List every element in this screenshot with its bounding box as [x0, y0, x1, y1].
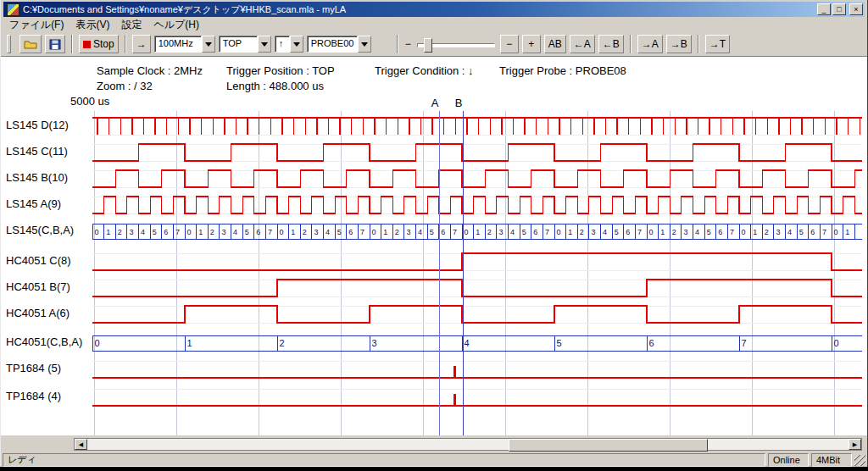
scrollbar-thumb[interactable] — [509, 439, 708, 452]
zoom-slider[interactable] — [417, 36, 495, 52]
bus-value: 5 — [557, 338, 562, 348]
bus-value: 0 — [649, 228, 654, 236]
app-window: C:¥Documents and Settings¥noname¥デスクトップ¥… — [0, 0, 868, 467]
bus-value: 2 — [672, 228, 676, 236]
bus-value: 7 — [175, 228, 180, 236]
ab-range-button[interactable]: AB — [544, 35, 566, 53]
bus-value: 7 — [360, 228, 364, 236]
trigger-probe-combo[interactable]: PROBE00 — [307, 36, 371, 53]
cursor-a-label[interactable]: A — [430, 97, 440, 109]
trigger-position-info: Trigger Position : TOP — [226, 64, 335, 77]
save-floppy-icon — [49, 39, 61, 50]
bus-value: 4 — [787, 228, 792, 236]
open-button[interactable] — [19, 35, 42, 53]
bus-value: 6 — [441, 228, 445, 236]
bus-value: 3 — [372, 338, 377, 348]
zoom-slider-handle[interactable] — [424, 38, 432, 53]
trigger-position-dropdown-button[interactable] — [258, 36, 271, 53]
cursor-b-label[interactable]: B — [453, 97, 464, 109]
title-bar[interactable]: C:¥Documents and Settings¥noname¥デスクトップ¥… — [3, 2, 865, 17]
bus-value: 0 — [465, 228, 469, 236]
status-memory: 4MBit — [811, 453, 852, 467]
move-cursor-a-button[interactable]: →A — [637, 35, 663, 53]
bus-value: 1 — [383, 228, 387, 236]
move-cursor-b-button[interactable]: →B — [666, 35, 692, 53]
bus-value: 2 — [580, 228, 584, 236]
chevron-down-icon — [361, 42, 368, 47]
trigger-position-value: TOP — [219, 36, 258, 53]
menu-settings[interactable]: 設定 — [115, 17, 147, 33]
bus-value: 6 — [649, 338, 654, 348]
open-folder-icon — [24, 39, 37, 50]
resize-grip[interactable] — [854, 455, 865, 466]
trigger-condition-info: Trigger Condition : ↓ — [375, 64, 474, 77]
channel-label: LS145 C(11) — [6, 145, 68, 158]
channel-label: LS145 B(10) — [6, 171, 68, 184]
run-step-button[interactable]: → — [132, 35, 151, 53]
stop-icon — [83, 41, 91, 48]
wave-square — [92, 306, 862, 323]
toolbar-separator — [397, 35, 398, 53]
trigger-probe-dropdown-button[interactable] — [358, 36, 371, 53]
bus-value: 7 — [730, 228, 734, 236]
scrollbar-zone: ◀ ▶ — [1, 435, 867, 452]
channel-label: LS145 D(12) — [6, 119, 69, 131]
bus-value: 1 — [187, 338, 192, 348]
close-button[interactable]: × — [849, 3, 863, 15]
menu-view[interactable]: 表示(V) — [70, 17, 115, 33]
scroll-left-button[interactable]: ◀ — [75, 439, 87, 450]
trigger-position-combo[interactable]: TOP — [219, 36, 271, 53]
bus-value: 3 — [498, 228, 503, 236]
trigger-edge-combo[interactable]: ↑ — [275, 36, 303, 53]
toolbar-separator — [71, 35, 73, 53]
bus-value: 0 — [95, 338, 100, 348]
chevron-down-icon — [261, 42, 268, 47]
waveform-plot[interactable]: 0123456701234567012345670123456701234567… — [92, 111, 862, 436]
scroll-right-button[interactable]: ▶ — [849, 439, 861, 450]
goto-cursor-b-button[interactable]: ←B — [598, 35, 624, 53]
bus-value: 4 — [695, 228, 699, 236]
sample-clock-combo[interactable]: 100MHz — [154, 36, 215, 53]
menu-help[interactable]: ヘルプ(H) — [147, 17, 205, 33]
stop-button[interactable]: Stop — [79, 35, 119, 53]
bus-value: 0 — [834, 228, 838, 236]
length-info: Length : 488.000 us — [226, 80, 324, 92]
channel-label: HC4051 B(7) — [6, 280, 70, 293]
waveform-area: Sample Clock : 2MHz Trigger Position : T… — [1, 56, 867, 438]
bus-value: 2 — [118, 228, 122, 236]
bus-value: 6 — [810, 228, 815, 236]
maximize-button[interactable]: □ — [832, 3, 846, 15]
channel-label: HC4051(C,B,A) — [6, 335, 82, 348]
zoom-in-button[interactable]: + — [522, 35, 541, 53]
bus-value: 6 — [626, 228, 630, 236]
bus-value: 1 — [568, 228, 572, 236]
bus-value: 1 — [753, 228, 757, 236]
sample-clock-dropdown-button[interactable] — [202, 36, 215, 53]
bus-value: 3 — [406, 228, 410, 236]
trigger-edge-dropdown-button[interactable] — [290, 36, 303, 53]
menu-file[interactable]: ファイル(F) — [3, 17, 70, 33]
wave-square — [92, 144, 862, 161]
bus-value: 6 — [718, 228, 722, 236]
bus-value: 7 — [742, 338, 747, 348]
minimize-button[interactable]: _ — [817, 3, 831, 15]
channel-label: LS145 A(9) — [6, 197, 61, 210]
bus-value: 5 — [615, 228, 619, 236]
bus-value: 4 — [418, 228, 422, 236]
menu-bar: ファイル(F) 表示(V) 設定 ヘルプ(H) — [3, 18, 865, 32]
bus-frame — [92, 335, 862, 351]
bus-value: 1 — [106, 228, 110, 236]
save-button[interactable] — [45, 35, 65, 53]
horizontal-scrollbar[interactable]: ◀ ▶ — [74, 438, 862, 451]
wave-square — [92, 253, 862, 270]
bus-value: 4 — [465, 338, 470, 348]
bus-value: 6 — [164, 228, 168, 236]
bus-value: 0 — [742, 228, 746, 236]
trigger-probe-value: PROBE00 — [307, 36, 358, 53]
goto-cursor-a-button[interactable]: ←A — [570, 35, 595, 53]
bus-value: 1 — [198, 228, 203, 236]
goto-trigger-button[interactable]: →T — [705, 35, 730, 53]
zoom-out-button[interactable]: − — [500, 35, 519, 53]
bus-value: 5 — [245, 228, 249, 236]
toolbar-grip[interactable] — [7, 35, 11, 53]
